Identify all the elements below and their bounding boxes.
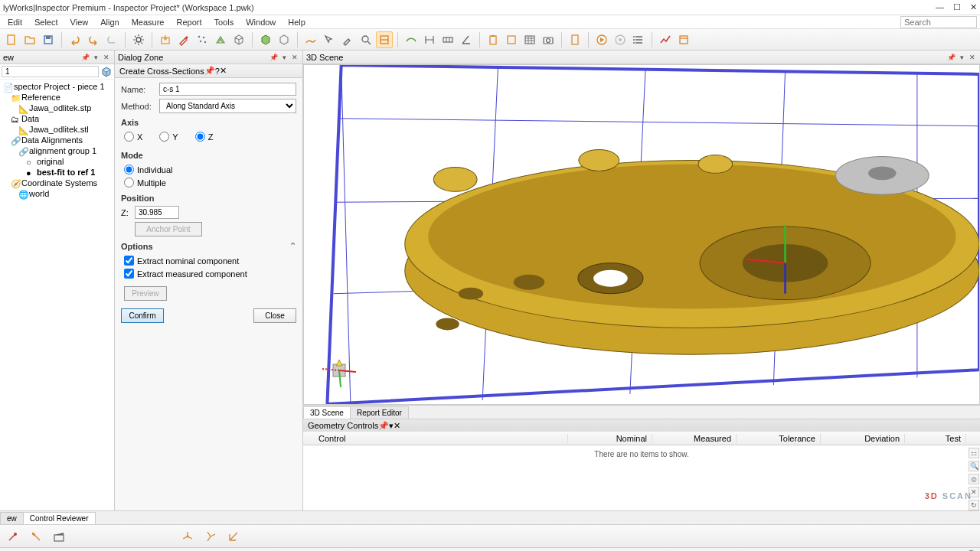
tree-item[interactable]: 🧭Coordinate Systems [0, 178, 114, 188]
tab-report-editor[interactable]: Report Editor [350, 406, 409, 419]
close-icon[interactable]: ✕ [220, 66, 227, 76]
pin-icon[interactable]: 📌 [269, 53, 278, 62]
3d-viewport[interactable] [303, 64, 980, 405]
open-icon[interactable] [21, 31, 38, 48]
play-icon[interactable] [593, 31, 610, 48]
position-field[interactable] [135, 206, 179, 219]
close-button[interactable]: ✕ [970, 2, 977, 12]
pin-icon[interactable]: 📌 [378, 421, 389, 431]
col-deviation[interactable]: Deviation [821, 434, 905, 443]
geo-delete-icon[interactable]: ✕ [969, 487, 979, 497]
angle-icon[interactable] [458, 31, 475, 48]
col-test[interactable]: Test [905, 434, 966, 443]
close-panel-icon[interactable]: ✕ [290, 53, 299, 62]
tree-item[interactable]: ●best-fit to ref 1 [0, 167, 114, 178]
window-icon[interactable] [675, 31, 692, 48]
probe2-icon[interactable] [5, 528, 21, 545]
import-icon[interactable] [157, 31, 174, 48]
col-measured[interactable]: Measured [652, 434, 737, 443]
note-icon[interactable] [503, 31, 520, 48]
record-icon[interactable] [612, 31, 629, 48]
menu-measure[interactable]: Measure [127, 16, 169, 28]
pin-icon[interactable]: 📌 [204, 66, 215, 76]
save-icon[interactable] [40, 31, 57, 48]
mode-individual-radio[interactable]: Individual [124, 165, 296, 174]
zoom-icon[interactable] [358, 31, 374, 48]
menu-tools[interactable]: Tools [210, 16, 239, 28]
camera-icon[interactable] [540, 31, 557, 48]
col-control[interactable]: Control [303, 434, 568, 443]
col-nominal[interactable]: Nominal [568, 434, 652, 443]
tab-3d-scene[interactable]: 3D Scene [303, 406, 351, 419]
dropdown-icon[interactable]: ▾ [957, 53, 966, 62]
cube-icon[interactable] [100, 66, 113, 78]
geo-filter-icon[interactable]: ⚏ [969, 448, 979, 458]
menu-view[interactable]: View [66, 16, 93, 28]
new-icon[interactable] [3, 31, 20, 48]
table-icon[interactable] [521, 31, 538, 48]
section-icon[interactable] [376, 31, 393, 48]
preview-button[interactable]: Preview [124, 286, 167, 301]
tree-item[interactable]: ○original [0, 156, 114, 167]
tree-item[interactable]: 📐Jawa_odlitek.stl [0, 124, 114, 135]
report-icon[interactable] [567, 31, 583, 48]
tree-item[interactable]: 🗂Data [0, 113, 114, 124]
dropdown-icon[interactable]: ▾ [91, 53, 100, 62]
menu-window[interactable]: Window [241, 16, 280, 28]
pin-icon[interactable]: 📌 [80, 53, 90, 62]
mesh-icon[interactable] [212, 31, 229, 48]
name-field[interactable] [159, 83, 296, 96]
shade-icon[interactable] [276, 31, 292, 48]
close-button[interactable]: Close [253, 308, 296, 323]
axis-y-radio[interactable]: Y [159, 132, 178, 142]
geo-refresh-icon[interactable]: ↻ [969, 500, 979, 510]
minimize-button[interactable]: — [936, 2, 944, 12]
probe-icon[interactable] [175, 31, 192, 48]
menu-edit[interactable]: Edit [3, 16, 27, 28]
close-panel-icon[interactable]: ✕ [968, 53, 977, 62]
tree-combo[interactable]: 1 [2, 66, 99, 77]
points-icon[interactable] [194, 31, 211, 48]
chart-icon[interactable] [657, 31, 674, 48]
tree-item[interactable]: 📁Reference [0, 92, 114, 103]
mode-multiple-radio[interactable]: Multiple [124, 178, 296, 187]
project-tree[interactable]: 📄spector Project - piece 1📁Reference📐Jaw… [0, 80, 114, 510]
extract-measured-checkbox[interactable]: Extract measured component [124, 269, 296, 279]
axis-z-radio[interactable]: Z [195, 132, 214, 142]
maximize-button[interactable]: ☐ [953, 2, 961, 12]
axes3-icon[interactable] [225, 528, 242, 545]
menu-select[interactable]: Select [30, 16, 63, 28]
clapper-icon[interactable] [51, 528, 67, 545]
redo-icon[interactable] [85, 31, 102, 48]
tree-item[interactable]: 📄spector Project - piece 1 [0, 81, 114, 92]
close-panel-icon[interactable]: ✕ [102, 53, 111, 62]
menu-help[interactable]: Help [283, 16, 310, 28]
eyedrop-icon[interactable] [339, 31, 356, 48]
tab-control-reviewer[interactable]: Control Reviewer [23, 512, 96, 524]
tab-view[interactable]: ew [0, 512, 24, 524]
undo-icon[interactable] [67, 31, 83, 48]
colormap-icon[interactable] [403, 31, 420, 48]
curve-icon[interactable] [302, 31, 319, 48]
geo-target-icon[interactable]: ◎ [969, 474, 979, 484]
pick-icon[interactable] [321, 31, 338, 48]
view-cube-icon[interactable] [257, 31, 274, 48]
close-panel-icon[interactable]: ✕ [394, 421, 400, 431]
model-icon[interactable] [230, 31, 247, 48]
menu-report[interactable]: Report [172, 16, 206, 28]
clipboard-icon[interactable] [485, 31, 501, 48]
search-input[interactable] [900, 16, 977, 28]
tree-item[interactable]: 🔗alignment group 1 [0, 145, 114, 156]
extract-nominal-checkbox[interactable]: Extract nominal component [124, 256, 296, 266]
axes-icon[interactable] [179, 528, 196, 545]
tree-item[interactable]: 🌐world [0, 188, 114, 199]
pin-icon[interactable]: 📌 [946, 53, 956, 62]
caliper-icon[interactable] [421, 31, 438, 48]
method-select[interactable]: Along Standard Axis [159, 99, 296, 113]
caliper2-icon[interactable] [28, 528, 44, 545]
geo-search-icon[interactable]: 🔍 [969, 461, 979, 471]
redo2-icon[interactable] [103, 31, 120, 48]
anchor-point-button[interactable]: Anchor Point [135, 222, 202, 236]
tree-item[interactable]: 📐Jawa_odlitek.stp [0, 103, 114, 113]
confirm-button[interactable]: Confirm [121, 308, 164, 323]
